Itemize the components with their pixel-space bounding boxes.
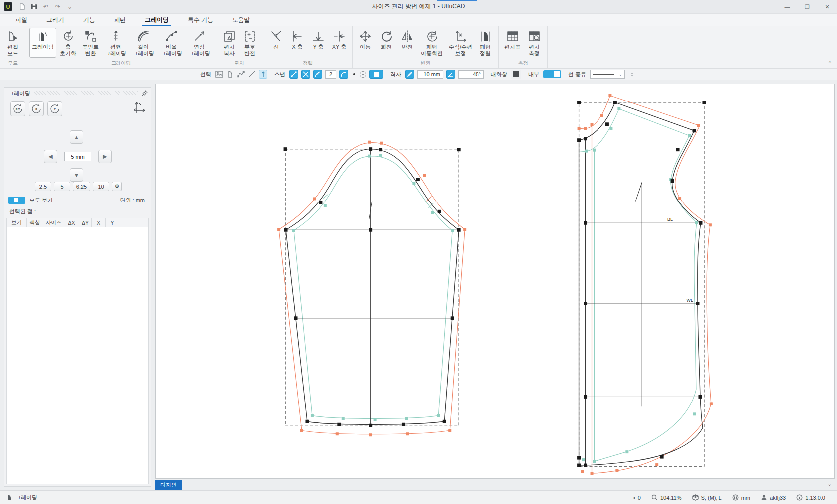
bodice-size-l-outline[interactable]	[579, 96, 711, 473]
col-size[interactable]: 사이즈	[43, 218, 64, 227]
nudge-up-button[interactable]: ▲	[70, 130, 83, 144]
sleeve-selection-box[interactable]	[285, 149, 459, 426]
line-type-dropdown[interactable]: ⌄	[590, 70, 625, 79]
col-dy[interactable]: ΔY	[79, 218, 92, 227]
align-y-button[interactable]: Y 축	[308, 28, 328, 58]
pin-icon[interactable]	[142, 90, 148, 96]
zoom-icon[interactable]	[651, 494, 658, 501]
menu-function[interactable]: 기능	[75, 14, 104, 26]
pattern-select-icon[interactable]	[226, 70, 234, 78]
nudge-right-button[interactable]: ▶	[98, 150, 112, 163]
edit-mode-button[interactable]: 편집 모드	[3, 28, 23, 58]
menu-help[interactable]: 도움말	[224, 14, 258, 26]
deviation-copy-button[interactable]: 편차 복사	[219, 28, 239, 58]
app-logo-icon[interactable]: U	[4, 2, 12, 11]
grade-y-button[interactable]: Y	[47, 101, 62, 116]
save-icon[interactable]	[30, 3, 37, 10]
sleeve-size-s-handles[interactable]	[292, 154, 454, 421]
line-select-icon[interactable]	[248, 70, 256, 78]
align-xy-button[interactable]: XY 축	[329, 28, 349, 58]
col-y[interactable]: Y	[106, 218, 119, 227]
vh-correct-button[interactable]: 수직/수평 보정	[446, 28, 475, 58]
bodice-base-handles[interactable]	[577, 101, 706, 467]
deviation-table-button[interactable]: 편차표	[502, 28, 523, 58]
minimize-button[interactable]: —	[777, 0, 797, 14]
tab-list-chevron-icon[interactable]: ⌄	[828, 481, 832, 487]
angle-snap-button[interactable]	[446, 70, 455, 79]
panel-drag-area[interactable]	[34, 91, 138, 95]
point-style-circle-icon[interactable]	[360, 71, 366, 78]
menu-file[interactable]: 파일	[7, 14, 36, 26]
grading-button[interactable]: 그레이딩	[29, 28, 56, 58]
menu-draw[interactable]: 그리기	[38, 14, 73, 26]
status-unit[interactable]: mm	[741, 495, 750, 501]
design-canvas[interactable]: BL WL	[155, 84, 835, 479]
mirror-button[interactable]: 반전	[397, 28, 417, 58]
show-all-toggle[interactable]	[8, 197, 25, 204]
parallel-grading-button[interactable]: 평행 그레이딩	[102, 28, 129, 58]
polyline-select-icon[interactable]	[237, 70, 245, 78]
nudge-left-button[interactable]: ◀	[44, 150, 57, 163]
axis-reset-button[interactable]: 축 초기화	[57, 28, 79, 58]
bodice-size-l-handles[interactable]	[578, 94, 713, 475]
grading-panel-header[interactable]: 그레이딩	[4, 88, 151, 99]
sleeve-base-outline[interactable]	[286, 149, 459, 425]
bodice-selection-box[interactable]	[579, 102, 704, 466]
rotate-button[interactable]: 회전	[376, 28, 396, 58]
point-convert-button[interactable]: 포인트 변환	[80, 28, 101, 58]
sleeve-pattern[interactable]	[277, 141, 466, 436]
menu-special[interactable]: 특수 기능	[179, 14, 222, 26]
design-tab[interactable]: 디자인	[155, 480, 182, 490]
preset-6-25-button[interactable]: 6.25	[73, 182, 90, 191]
move-button[interactable]: 이동	[356, 28, 375, 58]
col-dx[interactable]: ΔX	[64, 218, 79, 227]
close-button[interactable]: ✕	[817, 0, 837, 14]
ratio-grading-button[interactable]: 비율 그레이딩	[158, 28, 185, 58]
col-x[interactable]: X	[92, 218, 106, 227]
new-file-icon[interactable]	[18, 3, 25, 10]
col-visible[interactable]: 보기	[7, 218, 27, 227]
grid-size-input[interactable]	[417, 70, 443, 79]
deviation-measure-button[interactable]: 편차 측정	[524, 28, 544, 58]
dialog-color-button[interactable]	[511, 70, 521, 79]
inner-toggle[interactable]	[543, 70, 561, 78]
sleeve-size-l-handles[interactable]	[277, 141, 466, 436]
ribbon-collapse-icon[interactable]: ⌃	[828, 60, 832, 67]
qat-customize-icon[interactable]: ⌄	[66, 3, 73, 10]
sign-invert-button[interactable]: 부호 반전	[240, 28, 260, 58]
grade-xy-button[interactable]: XY	[10, 101, 25, 116]
snap-tolerance-input[interactable]	[325, 70, 336, 79]
length-grading-button[interactable]: 길이 그레이딩	[130, 28, 157, 58]
sleeve-base-handles[interactable]	[284, 147, 461, 427]
point-style-dot-icon[interactable]	[353, 73, 355, 75]
image-select-icon[interactable]	[215, 70, 223, 78]
restore-button[interactable]: ❐	[797, 0, 817, 14]
preset-2-5-button[interactable]: 2.5	[35, 182, 51, 191]
bodice-base-outline[interactable]	[579, 102, 703, 465]
bodice-pattern[interactable]: BL WL	[577, 94, 713, 475]
bodice-size-s-handles[interactable]	[582, 107, 698, 463]
col-color[interactable]: 색상	[27, 218, 43, 227]
sleeve-size-l-outline[interactable]	[279, 143, 465, 434]
corner-snap-button[interactable]	[339, 70, 348, 79]
undo-icon[interactable]: ↶	[42, 3, 49, 10]
pattern-align-button[interactable]: 패턴 정렬	[476, 28, 495, 58]
align-line-button[interactable]: 선	[266, 28, 286, 58]
bodice-size-s-outline[interactable]	[579, 109, 697, 461]
snap-curve-button[interactable]	[313, 70, 322, 79]
menu-grading[interactable]: 그레이딩	[136, 14, 177, 26]
nudge-value-input[interactable]	[64, 152, 91, 161]
extend-grading-button[interactable]: 연장 그레이딩	[186, 28, 213, 58]
snap-endpoint-button[interactable]	[289, 70, 298, 79]
point-select-button[interactable]	[259, 70, 267, 79]
pattern-move-rotate-button[interactable]: 패턴 이동회전	[418, 28, 445, 58]
redo-icon[interactable]: ↷	[54, 3, 61, 10]
nudge-down-button[interactable]: ▼	[70, 168, 83, 182]
move-axes-icon[interactable]	[133, 101, 146, 115]
grade-x-button[interactable]: X	[29, 101, 44, 116]
preset-10-button[interactable]: 10	[93, 182, 109, 191]
menu-pattern[interactable]: 패턴	[106, 14, 134, 26]
status-sizes[interactable]: S, (M), L	[701, 495, 722, 501]
fill-display-button[interactable]	[369, 70, 383, 79]
status-zoom[interactable]: 104.11%	[660, 495, 682, 501]
